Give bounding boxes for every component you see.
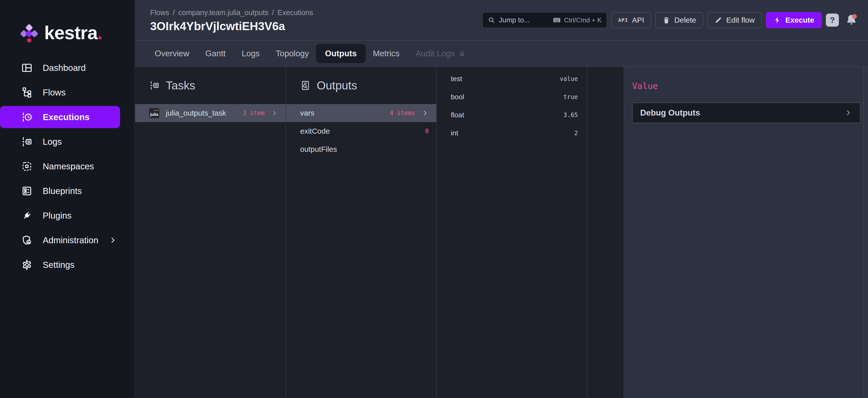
sidebar-item-dashboard[interactable]: Dashboard (0, 57, 120, 79)
scrollbar-track[interactable] (863, 67, 868, 398)
sidebar-item-flows[interactable]: Flows (0, 82, 120, 103)
api-icon: API (618, 17, 628, 23)
sidebar-item-logs[interactable]: Logs (0, 131, 120, 153)
var-key: test (451, 75, 462, 83)
logs-icon (21, 136, 33, 148)
delete-button[interactable]: Delete (655, 12, 703, 28)
debug-outputs-expander[interactable]: Debug Outputs (632, 102, 861, 123)
output-row-exitcode[interactable]: exitCode 0 (286, 122, 436, 140)
value-panel: Value Debug Outputs (624, 67, 863, 398)
sidebar-item-executions[interactable]: Executions (0, 106, 120, 128)
outputs-header: Outputs (286, 67, 436, 104)
sidebar: kestra. Dashboard Flows Executions Logs … (0, 0, 135, 398)
topbar: Flows / company.team.julia_outputs / Exe… (135, 0, 868, 41)
kestra-wordmark: kestra. (44, 22, 102, 43)
tasks-column: Tasks julia julia_outputs_task 3 item (135, 67, 286, 398)
notification-dot (852, 14, 857, 19)
blueprints-icon (21, 185, 33, 197)
tab-outputs[interactable]: Outputs (316, 44, 366, 63)
tasks-title: Tasks (166, 79, 195, 92)
var-row-bool[interactable]: bool true (437, 88, 587, 106)
search-shortcut: Ctrl/Cmd + K (553, 16, 602, 24)
plugins-icon (21, 210, 33, 221)
breadcrumb-separator: / (272, 8, 274, 17)
var-row-int[interactable]: int 2 (437, 124, 587, 142)
var-key: int (451, 129, 458, 137)
output-key: vars (300, 109, 314, 117)
breadcrumb-namespace[interactable]: company.team.julia_outputs (178, 8, 269, 17)
chevron-right-icon (844, 109, 852, 117)
breadcrumb-executions[interactable]: Executions (278, 8, 313, 17)
var-value: true (563, 93, 578, 100)
var-value: 2 (575, 130, 578, 137)
help-button[interactable]: ? (826, 13, 839, 27)
breadcrumb-flows[interactable]: Flows (150, 8, 169, 17)
var-key: bool (451, 93, 464, 101)
settings-icon (21, 259, 33, 271)
output-row-outputfiles[interactable]: outputFiles (286, 140, 436, 158)
tasks-header: Tasks (135, 67, 285, 104)
header-titles: Flows / company.team.julia_outputs / Exe… (150, 7, 313, 33)
output-key: outputFiles (300, 145, 337, 154)
tab-gantt[interactable]: Gantt (206, 49, 226, 58)
tab-topology[interactable]: Topology (276, 49, 309, 58)
chevron-right-icon (271, 109, 278, 117)
page-title: 3OIrk4YbrVjlcwtiEH3V6a (150, 19, 313, 33)
outputs-title: Outputs (317, 79, 357, 92)
tab-overview[interactable]: Overview (155, 49, 189, 58)
var-row-test[interactable]: test value (437, 70, 587, 88)
task-items-badge: 3 item (243, 110, 265, 117)
var-key: float (451, 111, 464, 119)
tab-audit-logs[interactable]: Audit Logs (416, 49, 466, 58)
breadcrumb-separator: / (173, 8, 175, 17)
api-button[interactable]: API API (611, 12, 651, 28)
sidebar-nav: Dashboard Flows Executions Logs Namespac… (0, 57, 134, 278)
sidebar-item-plugins[interactable]: Plugins (0, 205, 120, 227)
kestra-logo-icon (22, 22, 38, 43)
main-area: Flows / company.team.julia_outputs / Exe… (135, 0, 868, 398)
notifications-button[interactable] (844, 13, 859, 27)
tab-metrics[interactable]: Metrics (373, 49, 399, 58)
var-value: value (560, 75, 578, 83)
tab-logs[interactable]: Logs (242, 49, 260, 58)
task-row-julia-outputs-task[interactable]: julia julia_outputs_task 3 item (135, 104, 285, 122)
executions-icon (21, 111, 33, 123)
edit-flow-button[interactable]: Edit flow (707, 12, 762, 28)
output-items-badge: 4 items (390, 110, 415, 117)
pencil-icon (714, 16, 722, 24)
breadcrumb: Flows / company.team.julia_outputs / Exe… (150, 8, 313, 17)
var-row-float[interactable]: float 3.65 (437, 106, 587, 124)
trash-icon (662, 16, 670, 24)
namespaces-icon (21, 160, 33, 172)
outputs-content: Tasks julia julia_outputs_task 3 item Ou… (135, 67, 868, 398)
administration-icon (21, 235, 33, 246)
output-row-vars[interactable]: vars 4 items (286, 104, 436, 122)
task-name: julia_outputs_task (166, 109, 226, 117)
var-value: 3.65 (563, 112, 578, 119)
tasks-icon (149, 80, 160, 91)
outputs-column: Outputs vars 4 items exitCode 0 outputFi… (286, 67, 437, 398)
lightning-icon (773, 16, 781, 24)
dashboard-icon (21, 62, 33, 73)
chevron-right-icon (421, 109, 429, 117)
sidebar-item-namespaces[interactable]: Namespaces (0, 155, 120, 177)
debug-outputs-label: Debug Outputs (640, 108, 700, 118)
search-icon (488, 16, 495, 24)
bell-icon (844, 13, 859, 27)
vars-column: test value bool true float 3.65 int 2 (437, 67, 587, 398)
empty-column (587, 67, 624, 398)
value-panel-title: Value (632, 81, 863, 91)
output-value-badge: 0 (425, 128, 429, 135)
sidebar-item-administration[interactable]: Administration (0, 229, 120, 251)
lock-icon (458, 50, 466, 57)
topbar-actions: Jump to... Ctrl/Cmd + K API API Delete E… (482, 12, 859, 28)
sidebar-item-blueprints[interactable]: Blueprints (0, 180, 120, 202)
jump-to-search-input[interactable]: Jump to... Ctrl/Cmd + K (482, 12, 607, 28)
flows-icon (21, 87, 33, 98)
output-key: exitCode (300, 127, 330, 135)
kestra-logo[interactable]: kestra. (22, 22, 102, 43)
execute-button[interactable]: Execute (766, 12, 822, 28)
sidebar-item-settings[interactable]: Settings (0, 254, 120, 276)
search-placeholder: Jump to... (499, 16, 530, 24)
execution-tabs: Overview Gantt Logs Topology Outputs Met… (135, 41, 868, 67)
